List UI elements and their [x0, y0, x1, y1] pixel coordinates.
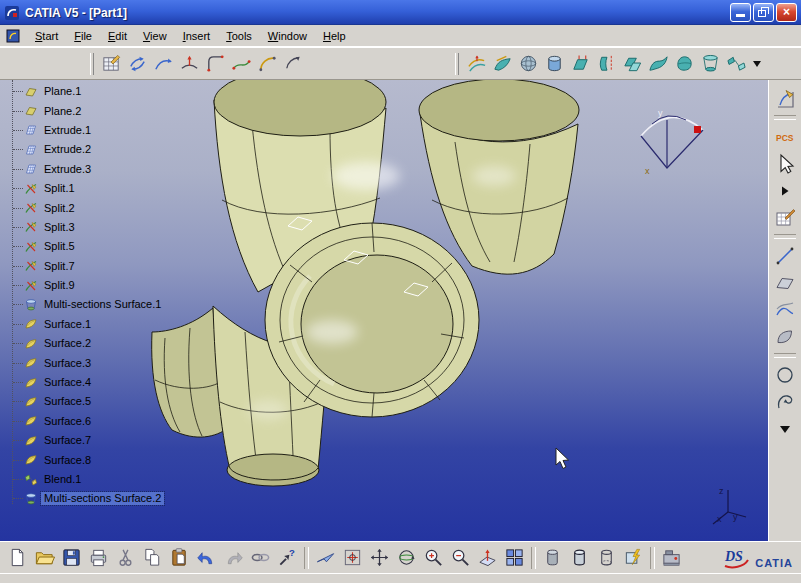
menu-window[interactable]: Window — [260, 27, 315, 45]
tree-item-label[interactable]: Split.3 — [41, 221, 78, 234]
menu-help[interactable]: Help — [315, 27, 354, 45]
more-tools-icon[interactable] — [771, 415, 799, 442]
circle-icon[interactable] — [771, 361, 799, 388]
offset-surface-icon[interactable] — [619, 51, 645, 77]
restore-button[interactable] — [753, 3, 774, 22]
apply-material-icon[interactable] — [620, 544, 647, 571]
tree-item-label[interactable]: Extrude.2 — [41, 143, 94, 156]
zoom-in-icon[interactable] — [420, 544, 447, 571]
offset-curve-icon[interactable] — [463, 51, 489, 77]
conic-curve-icon[interactable] — [280, 51, 306, 77]
paint-grid-icon[interactable] — [771, 204, 799, 231]
minimize-button[interactable] — [730, 3, 751, 22]
flyout-arrow-icon[interactable] — [771, 177, 799, 204]
multi-view-icon[interactable] — [501, 544, 528, 571]
tree-item-label[interactable]: Surface.2 — [41, 337, 94, 350]
tree-item[interactable]: Multi-sections Surface.1 — [2, 295, 232, 314]
tree-item-label[interactable]: Split.7 — [41, 260, 78, 273]
normal-view-icon[interactable] — [474, 544, 501, 571]
tree-item[interactable]: Surface.5 — [2, 392, 232, 411]
zoom-out-icon[interactable] — [447, 544, 474, 571]
shaded-edges-view-icon[interactable] — [566, 544, 593, 571]
close-button[interactable]: × — [776, 3, 797, 22]
catalog-icon[interactable] — [658, 544, 685, 571]
menu-edit[interactable]: Edit — [100, 27, 135, 45]
tree-item-label[interactable]: Surface.3 — [41, 357, 94, 370]
toolbar-overflow-icon[interactable] — [753, 61, 761, 67]
sketcher-icon[interactable] — [771, 85, 799, 112]
sphere-surface-icon[interactable] — [515, 51, 541, 77]
wireframe-view-icon[interactable] — [593, 544, 620, 571]
tree-item-label[interactable]: Surface.7 — [41, 434, 94, 447]
tree-item-label[interactable]: Extrude.3 — [41, 163, 94, 176]
projection-curve-icon[interactable] — [150, 51, 176, 77]
new-document-icon[interactable] — [4, 544, 31, 571]
menu-view[interactable]: View — [135, 27, 175, 45]
tree-item-label[interactable]: Multi-sections Surface.1 — [41, 298, 164, 311]
swept-surface-icon[interactable] — [645, 51, 671, 77]
tree-item-label[interactable]: Surface.5 — [41, 395, 94, 408]
tree-item[interactable]: Surface.2 — [2, 334, 232, 353]
menu-file[interactable]: File — [66, 27, 100, 45]
tree-item-label[interactable]: Split.2 — [41, 202, 78, 215]
print-icon[interactable] — [85, 544, 112, 571]
tree-item-label[interactable]: Surface.4 — [41, 376, 94, 389]
tree-item-label[interactable]: Surface.1 — [41, 318, 94, 331]
extrude-surface-icon[interactable] — [567, 51, 593, 77]
specification-tree[interactable]: Plane.1Plane.2Extrude.1Extrude.2Extrude.… — [2, 82, 232, 509]
menu-insert[interactable]: Insert — [175, 27, 219, 45]
tree-item-label[interactable]: Split.5 — [41, 240, 78, 253]
compass-manipulation-handle[interactable] — [694, 126, 701, 133]
surface-patch-icon[interactable] — [771, 323, 799, 350]
multi-sections-surface-icon[interactable] — [697, 51, 723, 77]
pan-icon[interactable] — [366, 544, 393, 571]
menu-start[interactable]: Start — [27, 27, 66, 45]
connect-curve-icon[interactable] — [228, 51, 254, 77]
tree-item-label[interactable]: Blend.1 — [41, 473, 84, 486]
tree-item[interactable]: Blend.1 — [2, 470, 232, 489]
tree-item[interactable]: Extrude.3 — [2, 160, 232, 179]
fit-all-icon[interactable] — [339, 544, 366, 571]
fill-surface-icon[interactable] — [671, 51, 697, 77]
tree-item[interactable]: Plane.2 — [2, 101, 232, 120]
line-icon[interactable] — [771, 242, 799, 269]
tree-item-label[interactable]: Multi-sections Surface.2 — [41, 492, 164, 505]
compass[interactable]: x y — [641, 108, 703, 176]
tree-item[interactable]: Split.7 — [2, 257, 232, 276]
link-icon[interactable] — [247, 544, 274, 571]
intersection-curve-icon[interactable] — [176, 51, 202, 77]
tree-item[interactable]: Split.5 — [2, 237, 232, 256]
tree-item[interactable]: Extrude.1 — [2, 121, 232, 140]
tree-item[interactable]: Plane.1 — [2, 82, 232, 101]
tree-item-label[interactable]: Plane.1 — [41, 85, 84, 98]
tree-item[interactable]: Surface.4 — [2, 373, 232, 392]
menu-tools[interactable]: Tools — [218, 27, 260, 45]
plane-icon[interactable] — [771, 269, 799, 296]
tree-item[interactable]: Surface.6 — [2, 412, 232, 431]
tree-item-label[interactable]: Surface.6 — [41, 415, 94, 428]
tree-item-label[interactable]: Plane.2 — [41, 105, 84, 118]
shaded-view-icon[interactable] — [539, 544, 566, 571]
swept-curve-icon[interactable] — [489, 51, 515, 77]
open-icon[interactable] — [31, 544, 58, 571]
save-icon[interactable] — [58, 544, 85, 571]
select-arrow-icon[interactable] — [771, 150, 799, 177]
pcs-icon[interactable]: PCS — [771, 123, 799, 150]
redo-icon[interactable] — [220, 544, 247, 571]
paste-icon[interactable] — [166, 544, 193, 571]
toolbar-handle[interactable] — [455, 53, 459, 75]
exchange-arrows-icon[interactable] — [124, 51, 150, 77]
tree-item-label[interactable]: Split.9 — [41, 279, 78, 292]
cut-icon[interactable] — [112, 544, 139, 571]
fly-mode-icon[interactable] — [312, 544, 339, 571]
circle-arc-icon[interactable] — [254, 51, 280, 77]
tree-item[interactable]: Surface.1 — [2, 315, 232, 334]
context-help-icon[interactable]: ? — [274, 544, 301, 571]
tree-item[interactable]: Multi-sections Surface.2 — [2, 489, 232, 508]
viewport-3d[interactable]: x y z x y Plane.1Plane.2Extrude.1Extrude… — [0, 80, 768, 541]
rotate-icon[interactable] — [393, 544, 420, 571]
tree-item[interactable]: Split.3 — [2, 218, 232, 237]
corner-icon[interactable] — [202, 51, 228, 77]
tree-item[interactable]: Extrude.2 — [2, 140, 232, 159]
combined-curves-icon[interactable] — [771, 296, 799, 323]
